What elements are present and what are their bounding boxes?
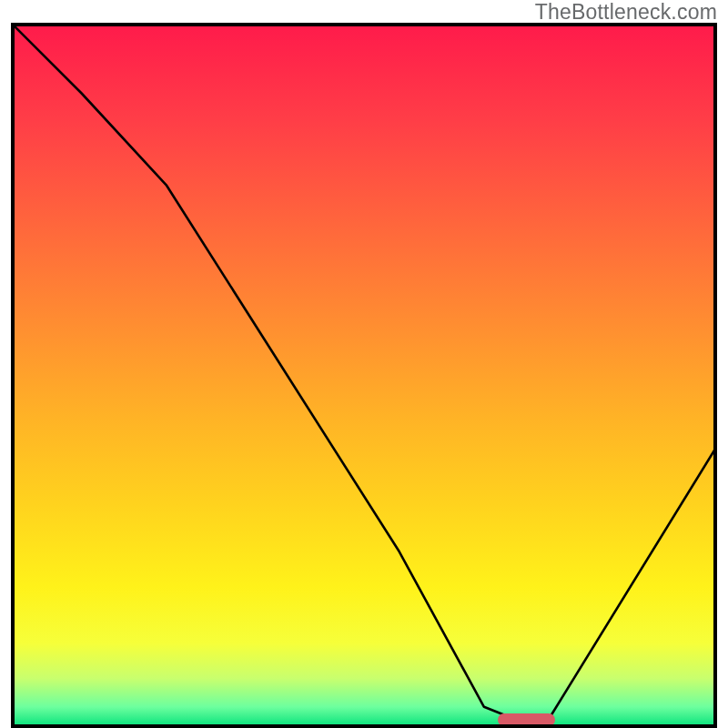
watermark-text: TheBottleneck.com <box>535 0 717 25</box>
chart-background-gradient <box>11 23 717 728</box>
chart-frame <box>11 23 717 728</box>
